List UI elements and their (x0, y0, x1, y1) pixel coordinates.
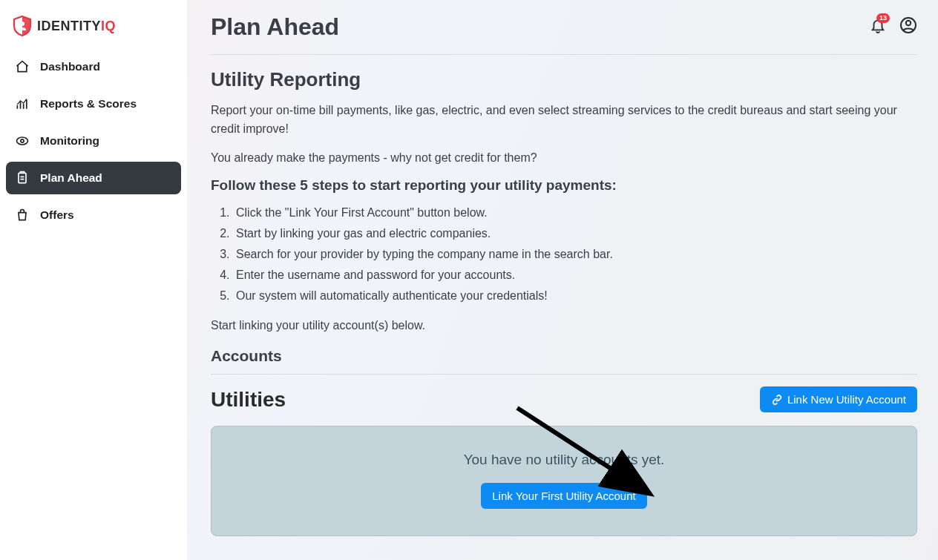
link-new-utility-button[interactable]: Link New Utility Account (760, 386, 917, 412)
sidebar-item-label: Plan Ahead (40, 171, 102, 185)
page-title: Plan Ahead (211, 13, 339, 41)
brand-name-1: IDENTITY (37, 19, 101, 33)
utilities-header-row: Utilities Link New Utility Account (211, 386, 917, 412)
intro-paragraph-2: You already make the payments - why not … (211, 149, 917, 168)
step-item: Click the "Link Your First Account" butt… (233, 202, 917, 223)
sidebar-item-label: Dashboard (40, 60, 100, 73)
svg-point-2 (21, 139, 24, 142)
button-label: Link New Utility Account (787, 393, 906, 406)
divider (211, 54, 917, 55)
sidebar-item-label: Reports & Scores (40, 97, 137, 111)
sidebar-item-label: Monitoring (40, 134, 99, 148)
steps-heading: Follow these 5 steps to start reporting … (211, 177, 917, 194)
intro-paragraph-1: Report your on-time bill payments, like … (211, 102, 917, 139)
sidebar-item-dashboard[interactable]: Dashboard (6, 50, 181, 83)
start-linking-text: Start linking your utility account(s) be… (211, 317, 917, 335)
notification-badge: 13 (876, 13, 890, 23)
utilities-heading: Utilities (211, 388, 286, 412)
sidebar: IDENTITYIQ Dashboard Reports & Scores Mo… (0, 0, 187, 560)
main-content: Plan Ahead 13 Utility Reporting Report y… (187, 0, 938, 560)
step-item: Enter the username and password for your… (233, 265, 917, 286)
home-icon (15, 59, 30, 74)
brand-logo[interactable]: IDENTITYIQ (0, 9, 187, 50)
sidebar-item-reports[interactable]: Reports & Scores (6, 88, 181, 120)
divider (211, 374, 917, 375)
steps-list: Click the "Link Your First Account" butt… (233, 202, 917, 306)
profile-button[interactable] (899, 16, 917, 37)
svg-point-5 (906, 21, 911, 25)
link-icon (771, 394, 783, 406)
accounts-heading: Accounts (211, 347, 917, 365)
clipboard-icon (15, 171, 30, 185)
topbar-icons: 13 (870, 16, 917, 37)
shield-logo-icon (12, 15, 33, 37)
svg-rect-3 (19, 173, 26, 182)
sidebar-item-plan-ahead[interactable]: Plan Ahead (6, 162, 181, 194)
eye-icon (15, 134, 30, 148)
sidebar-item-offers[interactable]: Offers (6, 199, 181, 231)
svg-point-0 (20, 22, 24, 26)
topbar: Plan Ahead 13 (211, 13, 917, 41)
button-label: Link Your First Utility Account (492, 490, 635, 502)
sidebar-nav: Dashboard Reports & Scores Monitoring Pl… (0, 50, 187, 231)
sidebar-item-label: Offers (40, 208, 74, 222)
step-item: Search for your provider by typing the c… (233, 244, 917, 265)
svg-point-1 (17, 137, 28, 145)
empty-message: You have no utility accounts yet. (226, 452, 902, 468)
step-item: Our system will automatically authentica… (233, 286, 917, 306)
sidebar-item-monitoring[interactable]: Monitoring (6, 125, 181, 157)
notifications-button[interactable]: 13 (870, 17, 886, 36)
empty-utilities-card: You have no utility accounts yet. Link Y… (211, 426, 917, 536)
brand-name-2: IQ (101, 19, 116, 33)
link-first-utility-button[interactable]: Link Your First Utility Account (481, 483, 646, 509)
user-circle-icon (899, 16, 917, 34)
step-item: Start by linking your gas and electric c… (233, 223, 917, 244)
chart-icon (15, 96, 30, 111)
utility-reporting-heading: Utility Reporting (211, 68, 917, 91)
bag-icon (15, 208, 30, 223)
